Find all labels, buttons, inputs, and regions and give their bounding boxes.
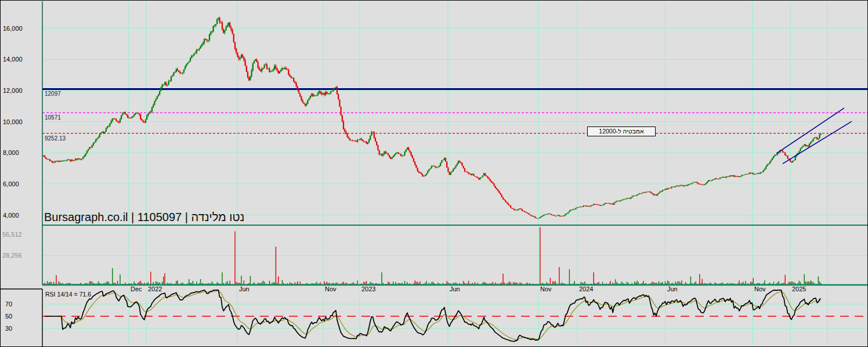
candle-body <box>619 201 620 201</box>
volume-bar <box>176 281 176 284</box>
candle-body <box>71 160 72 161</box>
candle-body <box>208 41 209 41</box>
candle-body <box>211 31 212 32</box>
candle-body <box>236 49 237 52</box>
candle-body <box>551 214 552 215</box>
volume-bar <box>785 275 786 285</box>
candle-body <box>358 140 359 140</box>
candle-body <box>585 205 587 206</box>
candle-body <box>140 114 141 119</box>
candle-body <box>100 133 102 135</box>
candle-body <box>520 208 522 209</box>
chart-canvas[interactable] <box>1 1 868 347</box>
candle-body <box>141 119 142 120</box>
volume-bar <box>690 276 691 284</box>
candle-body <box>815 138 816 138</box>
candle-body <box>577 207 578 208</box>
volume-bar <box>745 281 746 284</box>
candle-body <box>82 157 84 159</box>
x-axis-label: Nov <box>540 286 552 292</box>
candle-body <box>66 160 67 161</box>
candle-body <box>443 160 444 160</box>
candle-body <box>601 205 602 205</box>
candle-body <box>319 91 320 93</box>
volume-bar <box>652 281 653 284</box>
candle-body <box>428 169 429 171</box>
candle-body <box>330 91 331 93</box>
candle-body <box>229 23 230 27</box>
candle-body <box>160 88 161 91</box>
candle-body <box>689 184 690 185</box>
candle-body <box>197 49 198 50</box>
candle-body <box>574 209 575 209</box>
candle-body <box>172 75 173 77</box>
candle-body <box>74 161 75 161</box>
candle-body <box>545 215 546 215</box>
candle-body <box>782 150 783 152</box>
candle-body <box>222 23 223 30</box>
candle-body <box>285 68 287 70</box>
candle-body <box>332 89 334 91</box>
candle-body <box>471 173 472 175</box>
candle-body <box>177 69 178 71</box>
candle-body <box>636 194 638 196</box>
candle-body <box>587 206 588 207</box>
candle-body <box>677 186 678 186</box>
candle-body <box>528 214 529 215</box>
candle-body <box>284 68 285 69</box>
candle-body <box>163 85 164 85</box>
candle-body <box>418 171 419 173</box>
candle-body <box>444 158 445 160</box>
candle-body <box>296 83 297 86</box>
candle-body <box>426 173 427 175</box>
candle-body <box>630 198 631 199</box>
candle-body <box>50 161 52 161</box>
candle-body <box>209 35 210 41</box>
candle-body <box>368 139 370 142</box>
candle-body <box>103 132 104 133</box>
candle-body <box>267 68 269 69</box>
candle-body <box>122 113 123 115</box>
volume-bar <box>667 280 668 284</box>
candle-body <box>162 85 163 88</box>
volume-bar <box>393 281 393 284</box>
candle-body <box>554 215 555 216</box>
candle-body <box>274 66 275 69</box>
candle-body <box>458 161 459 164</box>
volume-bar <box>91 281 91 284</box>
candle-body <box>805 144 806 147</box>
volume-bar <box>634 281 635 284</box>
candle-body <box>773 156 774 158</box>
candle-body <box>159 91 160 95</box>
candle-body <box>407 147 408 149</box>
annotation-box[interactable]: אמבטיה ל-12000 <box>587 126 656 136</box>
candle-body <box>664 189 666 190</box>
candle-body <box>668 188 670 189</box>
candle-body <box>439 166 440 167</box>
candle-body <box>652 193 653 194</box>
candle-body <box>800 148 801 151</box>
candle-body <box>751 173 753 173</box>
candle-body <box>75 159 76 161</box>
candle-body <box>621 200 623 201</box>
candle-body <box>581 207 583 207</box>
candle-body <box>302 100 303 103</box>
candle-body <box>654 194 656 195</box>
candle-body <box>102 132 103 133</box>
candle-body <box>127 115 128 118</box>
candle-body <box>136 113 138 113</box>
candle-body <box>611 204 612 204</box>
candle-body <box>629 198 630 198</box>
candle-body <box>215 24 216 26</box>
candle-body <box>233 34 234 42</box>
candle-body <box>265 64 266 65</box>
candle-body <box>566 214 567 214</box>
candle-body <box>433 166 435 167</box>
candle-body <box>534 216 536 218</box>
candle-body <box>299 93 301 96</box>
candle-body <box>168 81 169 85</box>
volume-bar <box>234 231 235 284</box>
volume-bar <box>227 281 227 284</box>
rsi-level-label: 50 <box>5 313 12 320</box>
candle-body <box>349 138 350 140</box>
